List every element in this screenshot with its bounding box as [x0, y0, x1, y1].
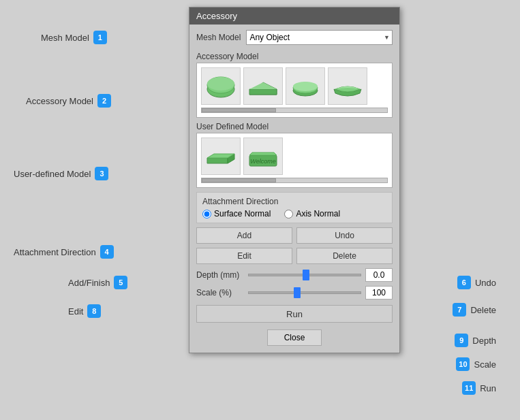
- radio-axis-input[interactable]: [284, 210, 293, 219]
- close-button[interactable]: Close: [267, 329, 322, 346]
- close-row: Close: [196, 327, 393, 347]
- badge-2: 2: [97, 94, 111, 108]
- accessory-thumb-4[interactable]: [328, 67, 367, 105]
- accessory-shape-4-svg: [330, 70, 365, 103]
- annotation-attachment: Attachment Direction 4: [14, 245, 114, 259]
- svg-marker-9: [207, 158, 228, 163]
- radio-surface-normal[interactable]: Surface Normal: [202, 209, 271, 219]
- user-shape-1-svg: [203, 140, 239, 173]
- svg-marker-4: [249, 89, 277, 95]
- user-defined-scrollbar[interactable]: [201, 178, 388, 183]
- edit-delete-row: Edit Delete: [196, 248, 393, 264]
- badge-7: 7: [453, 303, 466, 317]
- accessory-shape-2-svg: [245, 70, 281, 103]
- accessory-gallery: [196, 63, 393, 118]
- user-shape-2-svg: Welcome: [245, 140, 281, 173]
- annotation-delete: 7 Delete: [453, 303, 496, 317]
- accessory-dialog: Accessory Mesh Model Any Object Accessor…: [189, 7, 400, 353]
- accessory-shape-3-svg: [288, 70, 323, 103]
- radio-axis-label: Axis Normal: [296, 209, 340, 219]
- svg-marker-5: [249, 82, 277, 89]
- user-defined-scrollbar-thumb: [202, 178, 276, 182]
- user-defined-section: User Defined Model: [196, 122, 393, 188]
- mesh-model-row: Mesh Model Any Object: [196, 30, 393, 45]
- badge-5: 5: [114, 276, 127, 289]
- badge-6: 6: [457, 276, 471, 289]
- badge-3: 3: [95, 167, 108, 180]
- user-thumb-1[interactable]: [201, 138, 241, 175]
- accessory-scrollbar-thumb: [202, 108, 276, 112]
- annotation-add-finish: Add/Finish 5: [68, 276, 127, 289]
- run-button[interactable]: Run: [196, 305, 393, 323]
- scale-slider-thumb[interactable]: [294, 287, 301, 298]
- annotation-scale: 10 Scale: [456, 357, 496, 371]
- accessory-gallery-row: [201, 67, 388, 105]
- mesh-model-label: Mesh Model: [196, 33, 241, 42]
- attachment-direction-section: Attachment Direction Surface Normal Axis…: [196, 192, 393, 223]
- annotation-edit: Edit 8: [68, 304, 101, 318]
- add-button[interactable]: Add: [196, 227, 292, 244]
- accessory-model-label: Accessory Model: [196, 52, 393, 61]
- annotation-user-defined: User-defined Model 3: [14, 167, 108, 180]
- annotation-mesh-model: Mesh Model 1: [41, 31, 107, 44]
- depth-slider-thumb[interactable]: [303, 270, 309, 280]
- scale-row: Scale (%): [196, 286, 393, 300]
- radio-row: Surface Normal Axis Normal: [202, 209, 386, 219]
- user-defined-gallery-row: Welcome: [201, 138, 388, 175]
- accessory-thumb-1[interactable]: [201, 67, 241, 105]
- scale-slider-track[interactable]: [248, 291, 361, 294]
- radio-surface-input[interactable]: [202, 210, 211, 219]
- svg-text:Welcome: Welcome: [250, 158, 275, 165]
- badge-8: 8: [87, 304, 101, 318]
- annotation-undo: 6 Undo: [457, 276, 496, 289]
- user-defined-label: User Defined Model: [196, 122, 393, 131]
- undo-button[interactable]: Undo: [296, 227, 393, 244]
- svg-marker-14: [249, 152, 277, 155]
- depth-row: Depth (mm): [196, 268, 393, 282]
- accessory-scrollbar[interactable]: [201, 108, 388, 113]
- edit-button[interactable]: Edit: [196, 248, 292, 264]
- accessory-shape-1-svg: [203, 70, 239, 103]
- annotation-run: 11 Run: [462, 381, 496, 395]
- scale-value-input[interactable]: [365, 286, 393, 300]
- mesh-model-select-wrapper[interactable]: Any Object: [246, 30, 393, 45]
- attachment-direction-label: Attachment Direction: [202, 197, 386, 206]
- depth-label: Depth (mm): [196, 270, 244, 280]
- delete-button[interactable]: Delete: [296, 248, 393, 264]
- user-defined-gallery: Welcome: [196, 133, 393, 188]
- scale-label: Scale (%): [196, 288, 244, 297]
- mesh-model-select[interactable]: Any Object: [246, 30, 393, 45]
- user-thumb-2[interactable]: Welcome: [243, 138, 283, 175]
- add-undo-row: Add Undo: [196, 227, 393, 244]
- accessory-thumb-2[interactable]: [243, 67, 283, 105]
- annotation-accessory-model: Accessory Model 2: [26, 94, 111, 108]
- radio-axis-normal[interactable]: Axis Normal: [284, 209, 340, 219]
- badge-11: 11: [462, 381, 476, 395]
- radio-surface-label: Surface Normal: [214, 209, 271, 219]
- badge-1: 1: [93, 31, 107, 44]
- svg-point-8: [293, 82, 318, 91]
- accessory-model-section: Accessory Model: [196, 52, 393, 118]
- accessory-thumb-3[interactable]: [286, 67, 325, 105]
- badge-9: 9: [455, 334, 468, 347]
- badge-4: 4: [100, 245, 114, 259]
- badge-10: 10: [456, 357, 470, 371]
- dialog-title: Accessory: [189, 7, 399, 25]
- depth-slider-track[interactable]: [248, 274, 361, 276]
- annotation-depth: 9 Depth: [455, 334, 496, 347]
- depth-value-input[interactable]: [365, 268, 393, 282]
- svg-point-2: [207, 77, 234, 91]
